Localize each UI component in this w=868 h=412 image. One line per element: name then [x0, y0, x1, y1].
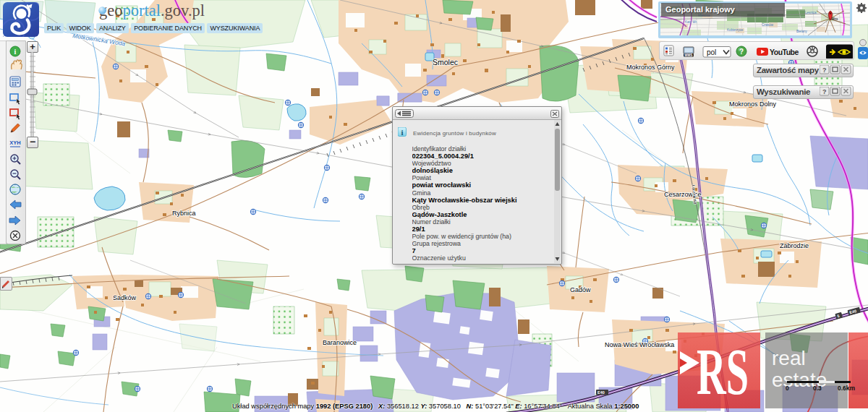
svg-text:?: ?: [739, 48, 744, 56]
svg-text:Sadków: Sadków: [113, 294, 137, 301]
svg-text:0: 0: [786, 385, 789, 392]
svg-text:YouTube: YouTube: [770, 48, 799, 56]
svg-text:Rybnica: Rybnica: [172, 210, 196, 217]
svg-text:Gadów: Gadów: [570, 286, 591, 293]
svg-text:Mokronos Dolny: Mokronos Dolny: [729, 100, 777, 108]
svg-text:Nowa Wieś Wrocławska: Nowa Wieś Wrocławska: [605, 341, 674, 348]
svg-text:Zabrodzie: Zabrodzie: [780, 242, 809, 249]
svg-text:i: i: [401, 128, 403, 137]
svg-text:Lesnica: Lesnica: [805, 11, 817, 14]
svg-text:0.3: 0.3: [813, 385, 822, 392]
svg-text:Czasów: Czasów: [762, 23, 774, 27]
svg-text:XYH: XYH: [9, 140, 20, 146]
svg-text:Kobierzyce: Kobierzyce: [727, 28, 744, 32]
svg-text:WMS: WMS: [684, 53, 692, 57]
svg-text:Smolec: Smolec: [433, 58, 458, 66]
svg-text:0.6km: 0.6km: [838, 385, 856, 392]
svg-text:RS: RS: [697, 335, 749, 408]
svg-text:pol: pol: [707, 48, 716, 56]
svg-text:Katy Wr.: Katy Wr.: [685, 20, 697, 24]
svg-text:Baranowice: Baranowice: [323, 339, 357, 346]
svg-text:i: i: [14, 48, 17, 56]
svg-text:?: ?: [822, 88, 827, 95]
svg-text:Wro: Wro: [831, 17, 838, 21]
svg-text:Bielany: Bielany: [796, 30, 808, 33]
svg-text:E40: E40: [597, 390, 605, 395]
svg-text:Mokronos Górny: Mokronos Górny: [626, 64, 675, 71]
svg-text:?: ?: [822, 66, 827, 74]
